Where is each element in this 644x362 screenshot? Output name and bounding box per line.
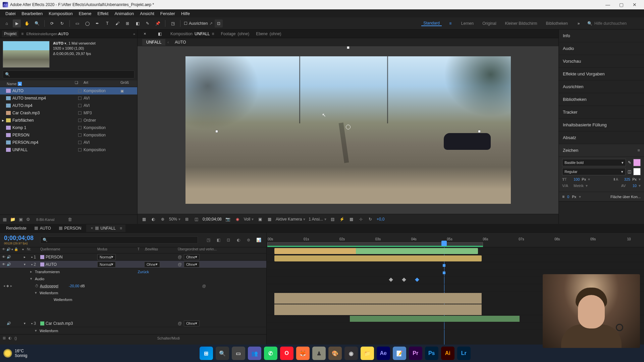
photoshop-button[interactable]: Ps xyxy=(425,347,438,360)
rect-tool[interactable]: ▭ xyxy=(73,19,81,27)
stroke-width-value[interactable]: 0 xyxy=(567,195,569,199)
next-keyframe-icon[interactable]: ▸ xyxy=(10,284,12,288)
workspace-kleiner[interactable]: Kleiner Bildschirm xyxy=(503,21,539,26)
project-item[interactable]: PERSON.mp4AVI xyxy=(0,139,137,146)
panel-absatz[interactable]: Absatz xyxy=(559,131,644,144)
toggle-modes-icon[interactable]: ◐ xyxy=(8,336,12,340)
eye-icon[interactable]: 👁 xyxy=(1,255,6,259)
blend-mode-dropdown[interactable]: Normal ▾ xyxy=(97,254,116,260)
font-dropdown[interactable]: Bastile bold▾ xyxy=(562,159,626,166)
premiere-button[interactable]: Pr xyxy=(409,347,422,360)
delete-button[interactable]: 🗑 xyxy=(68,217,72,222)
ellipse-tool[interactable]: ◯ xyxy=(83,19,91,27)
comp-lock-icon[interactable]: × xyxy=(141,30,149,38)
reset-exposure-button[interactable]: ↻ xyxy=(367,216,373,222)
pixel-aspect-button[interactable]: ▤ xyxy=(330,216,336,222)
parent-dropdown[interactable]: Ohne ▾ xyxy=(184,261,200,267)
panel-info[interactable]: Info xyxy=(559,29,644,42)
timeline-button[interactable]: ▦ xyxy=(348,216,355,222)
panel-audio[interactable]: Audio xyxy=(559,42,644,55)
after-effects-button[interactable]: Ae xyxy=(377,347,390,360)
kerning-value[interactable]: Metrik xyxy=(574,184,584,188)
label-swatch[interactable] xyxy=(78,97,82,100)
transparency-button[interactable]: ▦ xyxy=(266,216,272,222)
opera-button[interactable]: O xyxy=(280,347,293,360)
bbox-handle-left[interactable] xyxy=(215,130,218,133)
twirl-icon[interactable]: ▾ xyxy=(22,321,27,326)
menu-animation[interactable]: Animation xyxy=(112,10,137,17)
label-swatch[interactable] xyxy=(78,133,82,137)
taskbar-search-button[interactable]: 🔍 xyxy=(216,347,229,360)
maximize-button[interactable]: ▢ xyxy=(614,0,628,9)
layer-bar-carcrash[interactable] xyxy=(350,316,520,322)
workspace-menu-icon[interactable]: ≡ xyxy=(446,19,454,27)
explorer-button[interactable]: 📁 xyxy=(361,347,374,360)
snapshot-button[interactable]: 📷 xyxy=(225,216,231,222)
fill-color-swatch[interactable] xyxy=(633,159,641,166)
exposure-value[interactable]: +0,0 xyxy=(377,217,385,222)
toggle-inout-icon[interactable]: {} xyxy=(14,336,17,340)
workspace-standard[interactable]: Standard xyxy=(421,21,442,26)
mask-button[interactable]: ◐ xyxy=(150,216,156,222)
twirl-icon[interactable]: ▾ xyxy=(22,262,27,267)
zoom-tool[interactable]: 🔍 xyxy=(33,19,41,27)
guides-button[interactable]: ◫ xyxy=(193,216,199,222)
keyframe-diamond[interactable] xyxy=(415,278,420,282)
rotate-tool[interactable]: ↻ xyxy=(58,19,66,27)
layer-row-carcrash[interactable]: 🔊▾ ▪ 3 Car Crash.mp3 @Ohne ▾ xyxy=(0,320,266,327)
taskview-button[interactable]: ▭ xyxy=(232,347,245,360)
interpret-button[interactable]: ▦ xyxy=(3,217,7,222)
settings-button[interactable]: ⚙ xyxy=(26,217,30,222)
bbox-handle-right[interactable] xyxy=(478,130,481,133)
panel-tracker[interactable]: Tracker xyxy=(559,106,644,119)
stroke-option-dropdown[interactable]: Fläche über Kon... xyxy=(610,195,641,199)
roi-button[interactable]: ▣ xyxy=(257,216,263,222)
project-tab[interactable]: Projekt xyxy=(2,31,18,37)
help-search[interactable]: 🔍 xyxy=(587,21,641,26)
project-item[interactable]: PERSONKomposition xyxy=(0,131,137,139)
menu-bearbeiten[interactable]: Bearbeiten xyxy=(19,10,45,17)
stroke-color-swatch[interactable] xyxy=(633,168,641,175)
weather-widget[interactable]: 16°C Sonnig xyxy=(3,349,27,358)
playhead-indicator[interactable] xyxy=(441,241,447,246)
project-search[interactable]: 🔍 xyxy=(3,70,135,78)
selection-tool[interactable]: ▶ xyxy=(13,19,21,27)
timeline-tab-person[interactable]: PERSON xyxy=(56,225,85,232)
transform-property-row[interactable]: ▸Transformieren Zurück xyxy=(0,268,266,275)
current-timecode[interactable]: 0;00;04;08 xyxy=(4,235,34,241)
illustrator-button[interactable]: Ai xyxy=(441,347,454,360)
weight-dropdown[interactable]: Regular▾ xyxy=(562,168,626,175)
snap-edge-button[interactable]: ⊡ xyxy=(215,19,223,27)
project-item[interactable]: Komp 1Komposition xyxy=(0,124,137,131)
label-swatch[interactable] xyxy=(78,119,82,122)
close-button[interactable]: ✕ xyxy=(628,0,641,9)
label-swatch[interactable] xyxy=(78,148,82,152)
frame-blend-button[interactable]: ◐ xyxy=(235,236,242,244)
grid-button[interactable]: ⊞ xyxy=(184,216,190,222)
leading-value[interactable]: 325 xyxy=(624,177,630,181)
gimp-button[interactable]: 🎨 xyxy=(328,347,342,360)
puppet-tool[interactable]: 📌 xyxy=(154,19,162,27)
audio-property-row[interactable]: ▾Audio xyxy=(0,275,266,282)
eyedropper-icon[interactable]: ✎ xyxy=(628,160,631,165)
panel-bibliotheken[interactable]: Bibliotheken xyxy=(559,93,644,106)
timeline-tab-unfall[interactable]: ×UNFALL≡ xyxy=(86,225,125,232)
switches-modes-label[interactable]: Schalter/Modi xyxy=(157,336,180,340)
obs-button[interactable]: ◉ xyxy=(344,347,358,360)
roto-tool[interactable]: ✎ xyxy=(144,19,152,27)
fast-preview-button[interactable]: ⚡ xyxy=(339,216,345,222)
footage-tab[interactable]: Footage (ohne) xyxy=(221,32,249,36)
minimize-button[interactable]: — xyxy=(601,0,614,9)
camera-dropdown[interactable]: Aktive Kamera ▾ xyxy=(276,217,305,222)
pickwhip-icon[interactable]: @ xyxy=(178,255,182,259)
project-item[interactable]: AUTO bremst.mp4AVI xyxy=(0,95,137,102)
font-size-value[interactable]: 100 xyxy=(574,177,580,181)
project-item[interactable]: AUTO.mp4AVI xyxy=(0,102,137,109)
comp-viewer[interactable]: ↖ xyxy=(138,46,558,214)
stamp-tool[interactable]: ⊞ xyxy=(123,19,131,27)
orbit-tool[interactable]: ⟳ xyxy=(48,19,56,27)
bit-depth[interactable]: 8-Bit-Kanal xyxy=(36,218,54,222)
panel-ausrichten[interactable]: Ausrichten xyxy=(559,80,644,93)
crumb-unfall[interactable]: UNFALL xyxy=(142,39,165,46)
menu-komposition[interactable]: Komposition xyxy=(46,10,75,17)
